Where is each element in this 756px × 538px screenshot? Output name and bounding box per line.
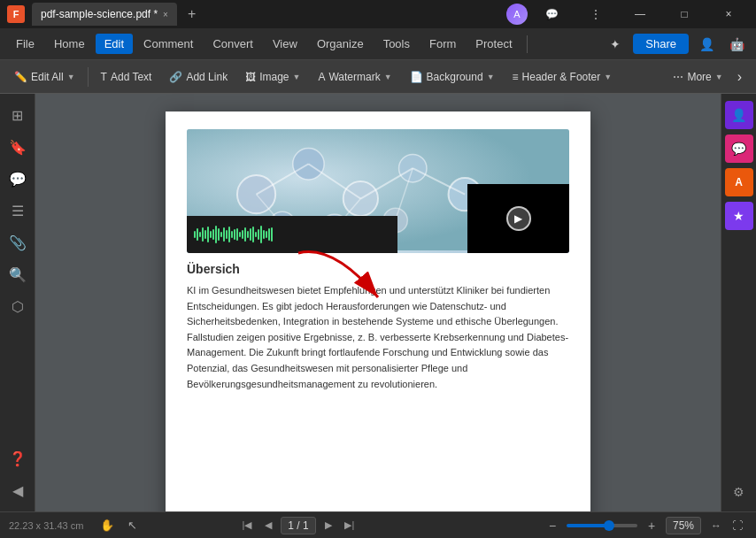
menu-organize[interactable]: Organize [308,34,373,54]
page-navigation: |◀ ◀ ▶ ▶| [238,517,359,534]
text-icon: T [101,71,107,83]
add-text-button[interactable]: T Add Text [94,67,159,87]
image-button[interactable]: 🖼 Image ▼ [238,67,307,87]
background-arrow: ▼ [487,73,495,81]
title-bar: F pdf-sample-science.pdf * × + A 💬 ⋮ — □… [0,0,756,28]
person-icon[interactable]: 👤 [694,32,719,57]
right-sidebar-user-button[interactable]: 👤 [725,101,753,129]
edit-all-arrow: ▼ [67,73,75,81]
zoom-in-button[interactable]: + [643,517,660,534]
watermark-button[interactable]: A Watermark ▼ [311,67,398,87]
menu-right: ✦ Share 👤 🤖 [603,32,749,57]
hand-tool-icon[interactable]: ✋ [97,516,117,535]
right-sidebar: 👤 💬 A ★ ⚙ [721,94,756,511]
sidebar-help-icon[interactable]: ❓ [4,444,32,473]
header-footer-arrow: ▼ [604,73,612,81]
background-button[interactable]: 📄 Background ▼ [403,67,502,87]
zoom-value[interactable]: 75% [666,517,701,534]
edit-icon: ✏️ [14,71,27,83]
sparkle-icon[interactable]: ✦ [603,32,628,57]
window-controls: A 💬 ⋮ — □ × [506,3,749,26]
fit-width-button[interactable]: ↔ [706,516,726,535]
add-link-button[interactable]: 🔗 Add Link [162,67,235,87]
next-page-button[interactable]: ▶ [320,517,337,534]
image-arrow: ▼ [293,73,301,81]
zoom-slider[interactable] [567,524,637,527]
video-thumbnail[interactable]: ▶ [467,184,569,253]
sidebar-collapse-icon[interactable]: ◀ [4,476,32,504]
close-button[interactable]: × [708,3,749,26]
right-sidebar-chat-button[interactable]: 💬 [725,134,753,163]
page-container: ▶ Übersich KI im Gesundheitswesen bietet… [35,94,721,511]
menu-convert[interactable]: Convert [204,34,262,54]
bottom-tools: ✋ ↖ [97,516,142,535]
toolbar-divider-1 [88,67,89,87]
left-sidebar: ⊞ 🔖 💬 ☰ 📎 🔍 ⬡ ❓ ◀ [0,94,35,511]
sidebar-comment-icon[interactable]: 💬 [4,165,32,193]
waveform [194,224,390,245]
tab-close-icon[interactable]: × [163,10,168,19]
right-sidebar-settings-icon[interactable]: ⚙ [727,480,752,504]
app-logo: F [7,5,25,23]
ai-badge-icon[interactable]: 🤖 [724,32,749,57]
menu-form[interactable]: Form [420,34,465,54]
audio-bar [187,216,397,253]
main-area: ⊞ 🔖 💬 ☰ 📎 🔍 ⬡ ❓ ◀ [0,94,756,511]
toolbar-more: ⋯ More ▼ › [666,65,749,88]
menu-tools[interactable]: Tools [374,34,419,54]
pdf-header-image: ▶ [187,129,569,253]
page-area: ▶ Übersich KI im Gesundheitswesen bietet… [35,94,721,511]
pdf-body-text: KI im Gesundheitswesen bietet Empfehlung… [187,283,569,392]
restore-button[interactable]: □ [664,3,705,26]
right-sidebar-star-button[interactable]: ★ [725,202,753,230]
select-tool-icon[interactable]: ↖ [122,516,142,535]
avatar: A [506,4,528,25]
nav-right-button[interactable]: › [730,65,749,88]
fit-page-button[interactable]: ⛶ [728,516,747,535]
sidebar-layers-icon[interactable]: ⬡ [4,292,32,320]
menu-home[interactable]: Home [45,34,94,54]
watermark-icon: A [318,71,325,83]
menu-protect[interactable]: Protect [467,34,521,54]
last-page-button[interactable]: ▶| [341,517,359,534]
sidebar-pages-icon[interactable]: ⊞ [4,101,32,129]
share-button[interactable]: Share [633,34,689,54]
more-button[interactable]: ⋯ More ▼ [666,67,729,87]
page-size-label: 22.23 x 31.43 cm [9,520,83,531]
menu-view[interactable]: View [264,34,306,54]
bottom-bar: 22.23 x 31.43 cm ✋ ↖ |◀ ◀ ▶ ▶| − + 75% ↔… [0,511,756,538]
sidebar-list-icon[interactable]: ☰ [4,196,32,225]
minimize-button[interactable]: — [620,3,660,26]
sidebar-link-icon[interactable]: 📎 [4,228,32,257]
page-input[interactable] [281,517,316,534]
header-footer-icon: ≡ [513,71,519,83]
active-tab[interactable]: pdf-sample-science.pdf * × [32,3,177,26]
background-icon: 📄 [410,71,423,83]
menu-comment[interactable]: Comment [135,34,202,54]
edit-all-button[interactable]: ✏️ Edit All ▼ [7,67,82,87]
menu-bar: File Home Edit Comment Convert View Orga… [0,28,756,60]
menu-edit[interactable]: Edit [96,34,133,54]
right-sidebar-ai-button[interactable]: A [725,168,753,196]
tab-label: pdf-sample-science.pdf * [41,8,158,20]
window-chat-icon[interactable]: 💬 [531,3,572,26]
first-page-button[interactable]: |◀ [238,517,256,534]
more-arrow: ▼ [715,73,723,81]
image-icon: 🖼 [245,71,256,83]
sidebar-bookmark-icon[interactable]: 🔖 [4,133,32,161]
fit-buttons: ↔ ⛶ [706,516,747,535]
prev-page-button[interactable]: ◀ [259,517,277,534]
zoom-thumb [604,520,614,531]
link-icon: 🔗 [169,71,182,83]
play-button[interactable]: ▶ [506,206,531,231]
header-footer-button[interactable]: ≡ Header & Footer ▼ [505,67,620,87]
new-tab-button[interactable]: + [188,6,196,22]
window-menu-icon[interactable]: ⋮ [575,3,616,26]
sidebar-search-icon[interactable]: 🔍 [4,260,32,288]
zoom-area: − + 75% ↔ ⛶ [544,516,747,535]
pdf-section-title: Übersich [187,262,569,276]
watermark-arrow: ▼ [384,73,392,81]
pdf-page: ▶ Übersich KI im Gesundheitswesen bietet… [166,111,590,511]
zoom-out-button[interactable]: − [544,517,561,534]
menu-file[interactable]: File [7,34,43,54]
